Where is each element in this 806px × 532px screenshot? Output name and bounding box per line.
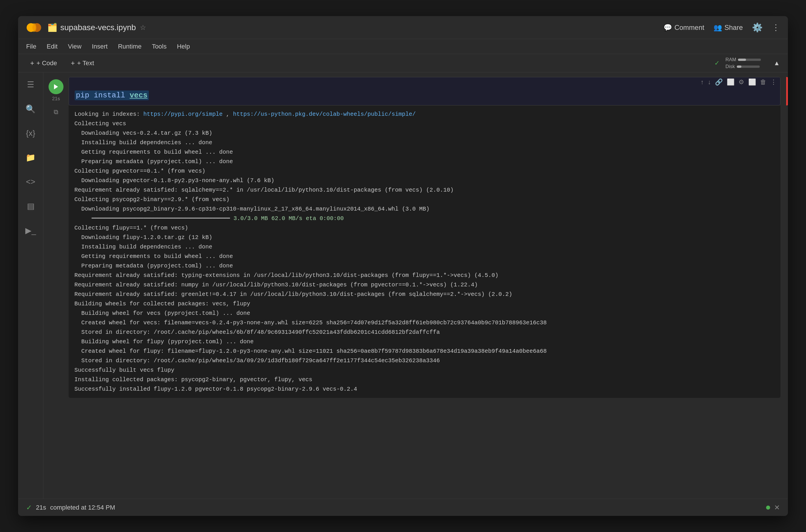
toolbar: + + Code + + Text ✓ RAM Disk ▲ (18, 54, 788, 72)
comment-label: Comment (674, 23, 704, 32)
comment-button[interactable]: 💬 Comment (664, 23, 704, 32)
output-line-14: Getting requirements to build wheel ... … (74, 252, 775, 261)
share-button[interactable]: 👥 Share (713, 23, 743, 32)
output-line-22: Stored in directory: /root/.cache/pip/wh… (74, 327, 775, 337)
output-gutter: ⧉ (43, 106, 69, 398)
settings-cell-icon[interactable]: ⚙ (738, 78, 744, 86)
status-time: 21s (36, 504, 46, 511)
output-row: ⧉ Looking in indexes: https://pypi.org/s… (43, 106, 788, 398)
more-options-button[interactable]: ⋮ (772, 23, 780, 32)
share-label: Share (725, 23, 743, 32)
output-line-10: Downloading psycopg2_binary-2.9.6-cp310-… (74, 204, 775, 214)
copy-output-icon[interactable]: ⧉ (54, 108, 58, 116)
status-check-icon: ✓ (26, 504, 32, 512)
sidebar-files-icon[interactable]: 📁 (23, 150, 38, 165)
connected-check-icon: ✓ (714, 59, 719, 67)
menu-view[interactable]: View (68, 42, 81, 52)
delete-cell-icon[interactable]: 🗑 (760, 78, 766, 86)
output-line-23: Building wheel for flupy (pyproject.toml… (74, 337, 775, 346)
output-line-13: Installing build dependencies ... done (74, 242, 775, 252)
share-icon: 👥 (713, 23, 722, 32)
dismiss-status-button[interactable]: ✕ (774, 504, 780, 512)
output-cell: Looking in indexes: https://pypi.org/sim… (69, 106, 781, 398)
add-text-label: + Text (77, 59, 94, 67)
output-line-4: Getting requirements to build wheel ... … (74, 147, 775, 157)
ram-disk-indicator: RAM Disk (725, 57, 761, 70)
output-line-indexes: Looking in indexes: https://pypi.org/sim… (74, 110, 775, 119)
ram-progress-bar (738, 59, 761, 61)
cell-output-icon[interactable]: ⬜ (748, 78, 756, 86)
output-line-5: Preparing metadata (pyproject.toml) ... … (74, 157, 775, 166)
output-line-25: Stored in directory: /root/.cache/pip/wh… (74, 356, 775, 365)
output-line-11: Collecting flupy==1.* (from vecs) (74, 223, 775, 233)
sidebar-terminal-icon[interactable]: ▶_ (22, 223, 39, 238)
svg-marker-3 (54, 84, 58, 89)
cell-gutter: 21s (43, 77, 69, 106)
output-progress-bar: ━━━━━━━━━━━━━━━━━━━━━━━━━━━━━━━━━━━━━━━━… (74, 214, 775, 223)
notebook-area[interactable]: 21s ↑ ↓ 🔗 ⬜ ⚙ ⬜ 🗑 ⋮ (43, 72, 788, 499)
move-down-icon[interactable]: ↓ (708, 78, 711, 86)
add-code-button[interactable]: + + Code (26, 57, 61, 69)
output-line-26: Successfully built vecs flupy (74, 365, 775, 375)
colab-logo (26, 20, 42, 35)
more-cell-icon[interactable]: ⋮ (770, 78, 777, 86)
menubar: File Edit View Insert Runtime Tools Help (18, 39, 788, 54)
run-button[interactable] (49, 79, 63, 94)
red-indicator-bar (786, 77, 788, 106)
colab-wheels-link[interactable]: https://us-python.pkg.dev/colab-wheels/p… (233, 111, 416, 117)
output-line-24: Created wheel for flupy: filename=flupy-… (74, 346, 775, 356)
sidebar-menu-icon[interactable]: ☰ (24, 77, 37, 92)
star-button[interactable]: ☆ (140, 23, 146, 32)
code-input[interactable]: pip install vecs (69, 87, 780, 105)
vecs-keyword: vecs (130, 91, 147, 100)
output-line-20: Building wheel for vecs (pyproject.toml)… (74, 308, 775, 318)
menu-tools[interactable]: Tools (152, 42, 167, 52)
menu-insert[interactable]: Insert (92, 42, 108, 52)
code-view-icon[interactable]: ⬜ (727, 78, 734, 86)
link-icon[interactable]: 🔗 (715, 78, 723, 86)
comment-icon: 💬 (664, 23, 672, 32)
output-line-3: Installing build dependencies ... done (74, 138, 775, 147)
settings-button[interactable]: ⚙️ (752, 22, 763, 33)
ram-label: RAM (725, 57, 761, 63)
output-line-1: Collecting vecs (74, 119, 775, 128)
main-content: ☰ 🔍 {x} 📁 <> ▤ ▶_ 21s (18, 72, 788, 499)
output-line-8: Requirement already satisfied: sqlalchem… (74, 185, 775, 195)
plus-icon: + (30, 59, 34, 67)
output-right-spacer (786, 106, 788, 398)
output-line-18: Requirement already satisfied: greenlet!… (74, 289, 775, 299)
sidebar-search-icon[interactable]: 🔍 (23, 101, 38, 117)
output-line-12: Downloading flupy-1.2.0.tar.gz (12 kB) (74, 233, 775, 242)
add-text-button[interactable]: + + Text (67, 57, 98, 69)
output-line-17: Requirement already satisfied: numpy in … (74, 280, 775, 289)
disk-progress-fill (737, 65, 741, 68)
expand-button[interactable]: ▲ (773, 59, 780, 67)
menu-runtime[interactable]: Runtime (118, 42, 141, 52)
output-line-27: Installing collected packages: psycopg2-… (74, 375, 775, 384)
code-highlight: pip install vecs (75, 91, 149, 100)
menu-file[interactable]: File (26, 42, 36, 52)
sidebar-code-bracket-icon[interactable]: <> (23, 174, 38, 189)
sidebar-table-icon[interactable]: ▤ (24, 198, 37, 214)
output-line-21: Created wheel for vecs: filename=vecs-0.… (74, 318, 775, 327)
disk-label: Disk (725, 64, 761, 70)
output-line-19: Building wheels for collected packages: … (74, 299, 775, 308)
output-line-16: Requirement already satisfied: typing-ex… (74, 271, 775, 280)
title-filename: supabase-vecs.ipynb (60, 23, 136, 32)
menu-help[interactable]: Help (177, 42, 190, 52)
status-bar: ✓ 21s completed at 12:54 PM ✕ (18, 499, 788, 516)
menu-edit[interactable]: Edit (46, 42, 57, 52)
sidebar-code-icon[interactable]: {x} (23, 126, 38, 141)
move-up-icon[interactable]: ↑ (701, 78, 704, 86)
cell-1: 21s ↑ ↓ 🔗 ⬜ ⚙ ⬜ 🗑 ⋮ (43, 77, 788, 398)
output-line-7: Downloading pgvector-0.1.8-py2.py3-none-… (74, 176, 775, 185)
plus-text-icon: + (71, 59, 75, 67)
main-window: 🗂️ supabase-vecs.ipynb ☆ 💬 Comment 👥 Sha… (18, 16, 788, 516)
code-cell[interactable]: ↑ ↓ 🔗 ⬜ ⚙ ⬜ 🗑 ⋮ pip (69, 77, 781, 106)
output-line-2: Downloading vecs-0.2.4.tar.gz (7.3 kB) (74, 128, 775, 138)
pypi-link[interactable]: https://pypi.org/simple (143, 111, 223, 117)
add-code-label: + Code (37, 59, 57, 67)
cell-row: 21s ↑ ↓ 🔗 ⬜ ⚙ ⬜ 🗑 ⋮ (43, 77, 788, 106)
ram-progress-fill (738, 59, 746, 61)
output-line-6: Collecting pgvector==0.1.* (from vecs) (74, 166, 775, 176)
